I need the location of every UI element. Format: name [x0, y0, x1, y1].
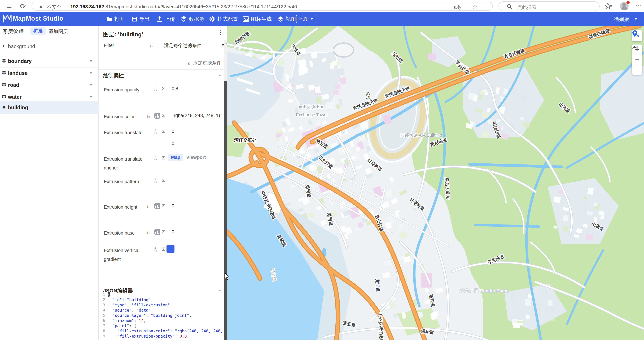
compass-icon	[632, 44, 639, 49]
sigma-icon[interactable]: Σ	[162, 203, 165, 209]
sigma-icon[interactable]: Σ	[162, 178, 165, 183]
browser-bar: ← ⟳ ▲ 不安全 192.168.34.162:81/mapmost-stud…	[0, 0, 644, 12]
brand-name: MapMost Studio	[13, 15, 64, 22]
add-layer-button[interactable]: 添加图层	[48, 28, 68, 35]
sigma-icon[interactable]: Σ	[162, 129, 165, 134]
toolbar-view[interactable]: 视图	[277, 12, 296, 26]
fx-icon[interactable]: fx	[147, 113, 150, 119]
sigma-icon[interactable]: Σ	[162, 229, 165, 235]
chevron-down-icon: ▼	[310, 17, 314, 21]
locate-style-button[interactable]	[632, 30, 642, 41]
chart-icon[interactable]	[154, 203, 160, 209]
browser-menu-icon[interactable]: ⋯	[636, 2, 642, 9]
save-icon	[131, 16, 138, 22]
search-box[interactable]: 点此搜索	[498, 1, 600, 11]
draw-section-header[interactable]: 绘制属性	[103, 72, 124, 79]
kebab-menu-icon[interactable]: ⋮	[218, 29, 223, 35]
value-field[interactable]: 0	[172, 141, 174, 146]
favorite-star-icon[interactable]: ☆	[472, 3, 478, 10]
gradient-checkbox[interactable]	[166, 245, 174, 253]
collapse-icon[interactable]: ▲	[218, 288, 222, 292]
map-canvas[interactable]: 励德邨道大坑道乐活道乐活道司徒拔道司徒拔道香港仔隧道香港仔隧道黄泥涌峡天桥黄泥涌…	[227, 26, 644, 340]
fx-icon[interactable]: fx	[147, 203, 150, 209]
translate-icon[interactable]: aあ	[454, 4, 462, 10]
collapse-icon[interactable]: ▲	[218, 73, 222, 77]
value-field[interactable]: 0.8	[172, 86, 178, 91]
location-pin-icon	[632, 30, 640, 38]
app-toolbar: MapMost Studio 打开 导出 上传 数据源 样式配置 图标生成 视图…	[0, 12, 644, 26]
layers-icon	[0, 94, 8, 99]
chevron-down-icon[interactable]: ▼	[89, 95, 93, 99]
value-field[interactable]: rgba(248, 248, 248, 1)	[174, 113, 220, 118]
toolbar-open[interactable]: 打开	[106, 12, 125, 26]
gear-icon	[209, 16, 216, 22]
json-line[interactable]: 1{	[98, 292, 224, 298]
anchor-option-map[interactable]: Map	[168, 154, 183, 161]
toolbar-icon-generate[interactable]: 图标生成	[242, 12, 272, 26]
sigma-icon[interactable]: Σ	[162, 113, 165, 118]
json-line[interactable]: 10 "fill-extrusion-height": 0	[98, 339, 224, 340]
chevron-down-icon[interactable]: ▼	[89, 83, 93, 87]
value-field[interactable]: 0	[172, 203, 174, 209]
filter-value-dropdown[interactable]: 满足每个过滤条件	[164, 42, 202, 49]
collections-icon[interactable]	[604, 2, 612, 10]
toolbar-style-config[interactable]: 样式配置	[209, 12, 238, 26]
fx-icon[interactable]: fx	[154, 247, 157, 252]
layer-item-building[interactable]: building	[0, 101, 98, 114]
filter-label: Filter	[104, 43, 114, 48]
toolbar-export[interactable]: 导出	[131, 12, 150, 26]
fx-icon[interactable]: fx	[150, 42, 153, 48]
fx-icon[interactable]: fx	[154, 129, 157, 134]
chevron-down-icon[interactable]: ▼	[89, 59, 93, 63]
toolbar-upload[interactable]: 上传	[156, 12, 175, 26]
tab-expand[interactable]: 扩展	[30, 27, 46, 35]
notification-dot	[626, 1, 630, 4]
fx-icon[interactable]: fx	[154, 155, 157, 161]
address-bar[interactable]: ▲ 不安全 192.168.34.162:81/mapmost-studio-c…	[32, 2, 493, 11]
layer-item-road[interactable]: road ▼	[0, 79, 98, 91]
user-menu[interactable]: 徐娴娴 ▼	[614, 12, 638, 26]
sigma-icon[interactable]: Σ	[162, 247, 165, 252]
value-field[interactable]: 0	[172, 229, 174, 235]
json-line[interactable]: 2 "id": "building",	[98, 298, 224, 303]
json-line[interactable]: 3 "type": "fill-extrusion",	[98, 303, 224, 308]
fx-icon[interactable]: fx	[154, 178, 157, 184]
json-line[interactable]: 4 "source": "data",	[98, 308, 224, 313]
refresh-icon[interactable]: ⟳	[19, 2, 27, 10]
anchor-option-viewport[interactable]: Viewport	[186, 155, 206, 160]
map-render: 励德邨道大坑道乐活道乐活道司徒拔道司徒拔道香港仔隧道香港仔隧道黄泥涌峡天桥黄泥涌…	[227, 26, 644, 340]
layer-item-boundary[interactable]: boundary ▼	[0, 55, 98, 67]
json-line[interactable]: 9 "fill-extrusion-opacity": 0.8,	[98, 334, 224, 339]
add-filter-button[interactable]: 添加过滤条件	[186, 60, 221, 66]
json-line[interactable]: 5 "source-layer": "building_joint",	[98, 313, 224, 318]
chevron-down-icon[interactable]: ▼	[89, 71, 93, 75]
security-label: 不安全	[47, 4, 61, 10]
zoom-out-button[interactable]: −	[632, 54, 642, 65]
sigma-icon[interactable]: Σ	[162, 86, 165, 91]
map-mode-button[interactable]: 地图▼	[296, 15, 316, 23]
user-name: 徐娴娴	[614, 15, 630, 23]
brand-logo: MapMost Studio	[3, 14, 64, 23]
compass-button[interactable]	[632, 65, 642, 75]
toolbar-datasource[interactable]: 数据源	[180, 12, 204, 26]
back-icon[interactable]: ←	[5, 2, 14, 10]
map-label: 友邦大厦 AIA Building	[400, 133, 442, 137]
json-line[interactable]: 6 "minzoom": 14,	[98, 318, 224, 324]
json-line[interactable]: 8 "fill-extrusion-color": "rgba(248, 248…	[98, 329, 224, 334]
fx-icon[interactable]: fx	[147, 229, 150, 235]
mapmost-logo-icon	[3, 14, 12, 23]
json-line[interactable]: 7 "paint": {	[98, 324, 224, 329]
layers-icon	[0, 70, 8, 76]
fx-icon[interactable]: fx	[154, 86, 157, 92]
value-field[interactable]: 0	[172, 129, 174, 134]
panel-scrollbar-thumb[interactable]	[224, 81, 227, 340]
layer-item-landuse[interactable]: landuse ▼	[0, 67, 98, 79]
triangle-icon	[0, 44, 8, 48]
map-label: 太古广场 Pacific Place	[460, 288, 509, 294]
chart-icon[interactable]	[154, 229, 160, 235]
json-editor[interactable]: 1{2 "id": "building",3 "type": "fill-ext…	[98, 292, 224, 340]
layer-item-background[interactable]: background	[0, 41, 98, 52]
url-text[interactable]: 192.168.34.162:81/mapmost-studio-carto/?…	[70, 4, 297, 9]
sigma-icon[interactable]: Σ	[162, 155, 165, 161]
chart-icon[interactable]	[154, 113, 160, 119]
